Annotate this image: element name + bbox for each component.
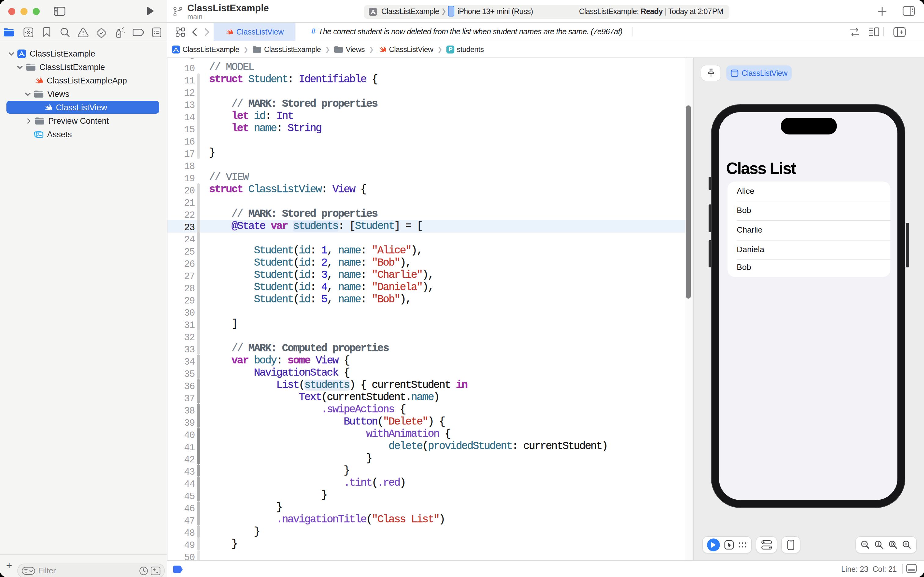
svg-text:1: 1 (877, 541, 880, 546)
